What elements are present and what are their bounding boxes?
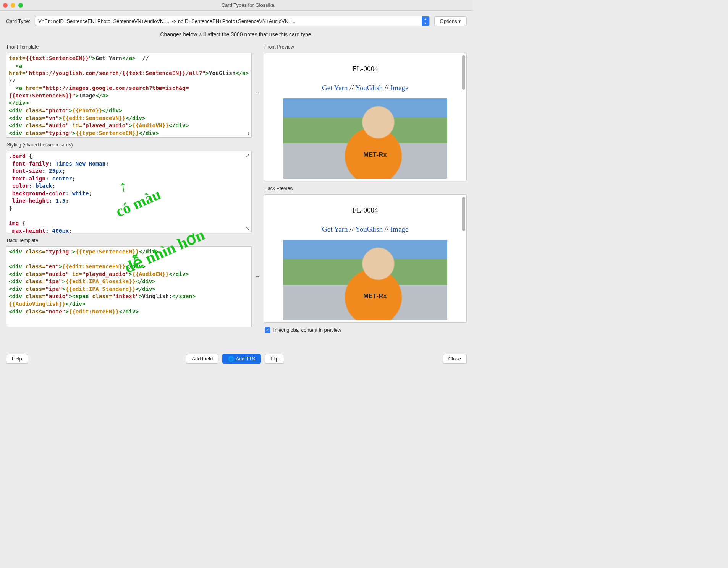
close-button[interactable]: Close <box>443 354 467 364</box>
window-title: Card Types for Glossika <box>26 2 470 8</box>
zoom-window-icon[interactable] <box>18 3 23 8</box>
inject-label: Inject global content in preview <box>273 327 341 333</box>
styling-editor[interactable]: .card { font-family: Times New Roman; fo… <box>6 151 252 233</box>
preview-id: FL-0004 <box>267 65 463 73</box>
minimize-window-icon[interactable] <box>11 3 15 8</box>
add-field-button[interactable]: Add Field <box>186 354 218 364</box>
cardtype-label: Card Type: <box>6 18 30 24</box>
preview-id: FL-0004 <box>267 206 463 214</box>
front-template-label: Front Template <box>6 43 252 52</box>
link-youglish[interactable]: YouGlish <box>355 225 383 233</box>
front-preview: FL-0004 Get Yarn // YouGlish // Image <box>264 53 467 181</box>
arrow-right-icon: → <box>254 235 262 316</box>
options-button[interactable]: Options ▾ <box>434 16 467 26</box>
add-tts-button[interactable]: 🌐Add TTS <box>222 354 261 364</box>
cardtype-select-value: VnEn: noID+SentenceEN+Photo+SentenceVN+A… <box>38 18 421 24</box>
back-template-label: Back Template <box>6 236 252 245</box>
help-button[interactable]: Help <box>6 354 28 364</box>
info-line: Changes below will affect the 3000 notes… <box>0 29 473 43</box>
link-getyarn[interactable]: Get Yarn <box>322 225 348 233</box>
link-image[interactable]: Image <box>390 84 408 92</box>
chevron-updown-icon[interactable]: ▲▼ <box>422 16 429 26</box>
inject-checkbox[interactable]: ✓ <box>265 327 270 333</box>
link-youglish[interactable]: YouGlish <box>355 84 383 92</box>
arrow-right-icon: → <box>254 50 262 135</box>
traffic-lights <box>3 3 23 8</box>
preview-photo <box>283 98 447 179</box>
front-preview-label: Front Preview <box>264 43 467 52</box>
link-getyarn[interactable]: Get Yarn <box>322 84 348 92</box>
cardtype-select[interactable]: VnEn: noID+SentenceEN+Photo+SentenceVN+A… <box>35 16 429 26</box>
card-types-window: Card Types for Glossika Card Type: VnEn:… <box>0 0 473 369</box>
styling-label: Styling (shared between cards) <box>6 141 252 150</box>
preview-photo <box>283 240 447 320</box>
globe-icon: 🌐 <box>228 356 234 362</box>
back-preview: FL-0004 Get Yarn // YouGlish // Image <box>264 194 467 323</box>
preview-links: Get Yarn // YouGlish // Image <box>267 84 463 92</box>
link-image[interactable]: Image <box>390 225 408 233</box>
front-template-editor[interactable]: text={{text:SentenceEN}}">Get Yarn</a> /… <box>6 53 252 138</box>
back-preview-label: Back Preview <box>264 184 467 193</box>
flip-button[interactable]: Flip <box>265 354 284 364</box>
scrollbar[interactable] <box>462 197 465 231</box>
scrollbar[interactable] <box>462 55 465 90</box>
back-template-editor[interactable]: <div class="typing">{{type:SentenceEN}}<… <box>6 246 252 327</box>
titlebar: Card Types for Glossika <box>0 0 473 11</box>
close-window-icon[interactable] <box>3 3 8 8</box>
preview-links: Get Yarn // YouGlish // Image <box>267 225 463 234</box>
